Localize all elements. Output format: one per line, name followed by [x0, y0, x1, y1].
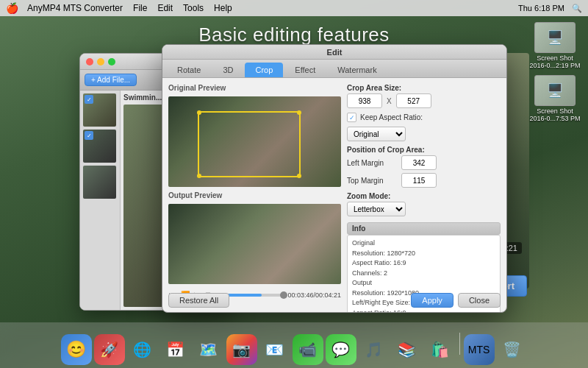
dock-item-maps[interactable]: 🗺️ [193, 334, 224, 365]
file-thumb-3 [83, 166, 116, 199]
tab-effect[interactable]: Effect [284, 63, 326, 77]
crop-area-size-label: Crop Area Size: [347, 84, 501, 92]
channels-orig: Channels: 2 [352, 269, 495, 279]
apply-button[interactable]: Apply [411, 293, 453, 308]
preview-section: Original Preview Output Preview ⏮ ⏪ ▶ ⏹ [168, 84, 341, 301]
file-item-2[interactable]: ✓ [83, 130, 116, 163]
aspect-out: Aspect Ratio: 16:9 [352, 308, 495, 314]
page-title: Basic editing features [198, 24, 390, 46]
crop-width-input[interactable] [347, 93, 382, 108]
time-knob[interactable] [280, 291, 287, 299]
aspect-dropdown-row: Original [347, 127, 501, 141]
dock-item-messages[interactable]: 💬 [326, 334, 356, 365]
left-margin-row: Left Margin [347, 155, 501, 170]
time-label: 00:03:46/00:04:21 [287, 291, 341, 299]
file-menu[interactable]: File [133, 3, 147, 13]
position-label: Position of Crop Area: [347, 146, 501, 154]
dock-item-launchpad[interactable]: 🚀 [94, 334, 125, 365]
dock-item-music[interactable]: 🎵 [359, 334, 390, 365]
file-list: ✓ ✓ [80, 91, 121, 310]
dock: 😊 🚀 🌐 📅 🗺️ 📷 📧 📹 💬 🎵 📚 🛍️ MTS 🗑️ [0, 322, 588, 368]
position-section: Position of Crop Area: Left Margin Top M… [347, 146, 501, 188]
close-button[interactable] [86, 58, 93, 66]
desktop-icon-1[interactable]: 🖥️ Screen Shot2016-0...2:19 PM [529, 22, 581, 69]
edit-dialog-titlebar: Edit [162, 45, 506, 60]
keep-aspect-ratio-checkbox[interactable]: ✓ [347, 113, 356, 122]
close-button-dialog[interactable]: Close [458, 293, 501, 308]
dock-item-anymp4[interactable]: MTS [464, 334, 495, 365]
traffic-lights [86, 58, 115, 66]
original-info-label: Original [352, 238, 495, 249]
tab-crop[interactable]: Crop [245, 63, 283, 77]
menubar: 🍎 AnyMP4 MTS Converter File Edit Tools H… [0, 0, 588, 16]
crop-handle-br[interactable] [297, 174, 301, 178]
crop-handle-bl[interactable] [197, 174, 201, 178]
zoom-mode-select[interactable]: Letterbox [347, 202, 406, 216]
maximize-button[interactable] [108, 58, 115, 66]
app-name-menu[interactable]: AnyMP4 MTS Converter [27, 3, 123, 13]
edit-body: Original Preview Output Preview ⏮ ⏪ ▶ ⏹ [162, 78, 506, 307]
dock-item-photos[interactable]: 📷 [226, 334, 257, 365]
output-preview-label: Output Preview [168, 191, 341, 199]
add-file-button[interactable]: + Add File... [85, 74, 137, 86]
file-check-2: ✓ [85, 131, 93, 140]
zoom-mode-label: Zoom Mode: [347, 192, 501, 200]
restore-all-button[interactable]: Restore All [168, 293, 229, 308]
left-margin-label: Left Margin [347, 159, 397, 167]
edit-dialog-title: Edit [327, 48, 343, 57]
dock-item-finder[interactable]: 😊 [61, 334, 92, 365]
desktop-icon-2[interactable]: 🖥️ Screen Shot2016-0...7:53 PM [529, 75, 581, 122]
top-margin-input[interactable] [401, 173, 437, 188]
desktop-icons: 🖥️ Screen Shot2016-0...2:19 PM 🖥️ Screen… [529, 22, 581, 122]
dock-item-books[interactable]: 📚 [392, 334, 423, 365]
aspect-orig: Aspect Ratio: 16:9 [352, 258, 495, 269]
dock-item-safari[interactable]: 🌐 [127, 334, 158, 365]
edit-menu[interactable]: Edit [157, 3, 173, 13]
original-preview-label: Original Preview [168, 84, 341, 92]
dock-item-facetime[interactable]: 📹 [293, 334, 323, 365]
info-header: Info [347, 222, 501, 235]
minimize-button[interactable] [97, 58, 104, 66]
crop-overlay[interactable] [198, 111, 301, 177]
time-fill [227, 294, 262, 297]
left-margin-input[interactable] [401, 155, 437, 170]
help-menu[interactable]: Help [214, 3, 232, 13]
top-margin-row: Top Margin [347, 173, 501, 188]
dock-separator [459, 333, 460, 355]
dock-item-trash[interactable]: 🗑️ [497, 334, 528, 365]
keep-aspect-ratio-row: ✓ Keep Aspect Ratio: [347, 113, 501, 122]
time-progress-bar[interactable] [227, 294, 284, 297]
right-panel: Crop Area Size: X ✓ Keep Aspect Ratio: O… [347, 84, 501, 301]
file-item-1[interactable]: ✓ [83, 93, 116, 127]
crop-handle-tl[interactable] [197, 110, 201, 115]
file-item-3[interactable] [83, 166, 116, 199]
crop-area-size-section: Crop Area Size: X [347, 84, 501, 108]
tab-watermark[interactable]: Watermark [327, 63, 387, 77]
tools-menu[interactable]: Tools [183, 3, 204, 13]
menubar-time: Thu 6:18 PM [518, 4, 564, 13]
output-preview-box [168, 204, 341, 284]
menubar-right: Thu 6:18 PM 🔍 [518, 4, 582, 13]
dock-item-mail[interactable]: 📧 [259, 334, 290, 365]
dock-item-appstore[interactable]: 🛍️ [425, 334, 456, 365]
apple-menu[interactable]: 🍎 [6, 2, 18, 14]
edit-tabs: Rotate 3D Crop Effect Watermark [162, 60, 506, 78]
desktop-icon-label-2: Screen Shot2016-0...7:53 PM [529, 107, 580, 122]
original-preview-box [168, 96, 341, 187]
resolution-orig: Resolution: 1280*720 [352, 249, 495, 259]
search-icon[interactable]: 🔍 [572, 4, 582, 13]
keep-aspect-ratio-label: Keep Aspect Ratio: [360, 113, 423, 121]
tab-rotate[interactable]: Rotate [167, 63, 211, 77]
crop-size-inputs: X [347, 93, 501, 108]
zoom-mode-section: Zoom Mode: Letterbox [347, 192, 501, 216]
aspect-ratio-select[interactable]: Original [347, 127, 406, 141]
output-preview-image [168, 204, 341, 284]
dock-item-calendar[interactable]: 📅 [160, 334, 191, 365]
screenshot-thumbnail-2: 🖥️ [534, 75, 576, 106]
output-info-label: Output [352, 278, 495, 289]
tab-3d[interactable]: 3D [212, 63, 243, 77]
crop-handle-tr[interactable] [297, 110, 301, 115]
desktop-icon-label-1: Screen Shot2016-0...2:19 PM [529, 54, 580, 69]
crop-height-input[interactable] [396, 93, 431, 108]
top-margin-label: Top Margin [347, 177, 397, 185]
